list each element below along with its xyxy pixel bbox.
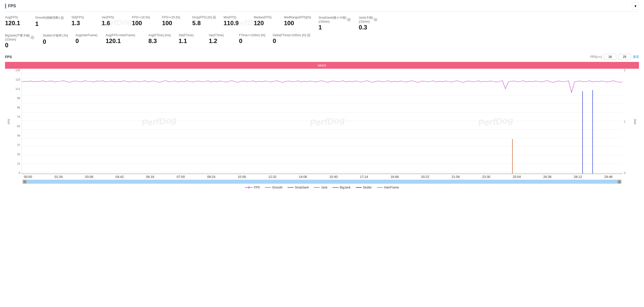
help-icon-jank[interactable]: ? (374, 18, 377, 21)
x-tick-2946: 29:46 (604, 175, 613, 179)
x-tick-0616: 06:16 (146, 175, 154, 179)
jank-axis-label: Jank (634, 119, 637, 124)
y-tick-86: 86 (17, 106, 20, 109)
scrollbar-track[interactable] (27, 180, 617, 184)
stat-var-fps-value: 1.6 (102, 20, 110, 27)
stat-drop-fps-label: Drop(FPS) [/h] ? (192, 16, 216, 19)
y-tick-62: 62 (17, 125, 20, 128)
x-tick-1714: 17:14 (360, 175, 368, 179)
fps-threshold-controls: FPS(>=) 重置 (590, 54, 639, 60)
stat-std-fps: Std(FPS) 1.3 (71, 16, 102, 27)
stat-big-jank-value: 0 (5, 42, 8, 49)
y-tick-37: 37 (17, 143, 20, 146)
stat-ftime-100-value: 0 (239, 37, 242, 45)
stat-small-jank-label: SmallJank(微小卡顿)(/10min) ? (318, 16, 351, 23)
stat-medrange-fps: MedRange(FPS)[%] 100 (284, 16, 318, 27)
x-tick-0000: 00:00 (24, 175, 32, 179)
stat-ftime-100-label: FTime>=100ms [%] (239, 33, 265, 37)
stat-avg-ftime-label: Avg(FTime) [ms] (148, 33, 171, 37)
y-tick-74: 74 (17, 115, 20, 118)
stat-stutter-label: Stutter(卡顿率) [%] (43, 33, 68, 38)
stat-delta-ftime-value: 0 (273, 37, 276, 45)
x-tick-2022: 20:22 (421, 175, 429, 179)
stat-std-fps-value: 1.3 (71, 20, 80, 27)
chart-svg (22, 69, 623, 174)
scrollbar-right-handle[interactable]: ⊞ (617, 180, 621, 184)
stat-median-fps: Median(FPS) 120 (254, 16, 284, 27)
fps-25-input[interactable] (618, 54, 631, 60)
x-tick-1058: 10:58 (238, 175, 246, 179)
stat-drop-fps: Drop(FPS) [/h] ? 5.8 (192, 16, 223, 27)
stat-delta-ftime-label: Delta(FTime)>100ms [/h] ? (273, 33, 310, 37)
x-tick-2330: 23:30 (482, 175, 491, 179)
x-tick-0308: 03:08 (85, 175, 93, 179)
y-tick-25: 25 (17, 153, 20, 156)
stat-var-ftime-label: Var(FTime) (209, 33, 224, 37)
label-bar: label1 (5, 62, 639, 69)
stat-std-ftime: Std(FTime) 1.1 (179, 33, 209, 45)
stat-smooth-label: Smooth(稳帧指数) ? (35, 16, 64, 20)
x-tick-0134: 01:34 (54, 175, 63, 179)
x-tick-0442: 04:42 (115, 175, 124, 179)
reset-button[interactable]: 重置 (633, 55, 639, 59)
stat-min-fps: Min(FPS) 110.9 (224, 16, 254, 27)
stat-smooth-value: 1 (35, 20, 38, 27)
chart-section: FPS FPS(>=) 重置 label1 FPS 135 123 111 (5, 54, 639, 191)
stat-fps25-label: FPS>=25 [%] (162, 16, 180, 19)
fps-18-input[interactable] (604, 54, 616, 60)
chevron-down-icon: ▼ (634, 4, 637, 8)
dropdown-button[interactable]: ▼ (632, 3, 639, 10)
stat-fps18-label: FPS>=18 [%] (132, 16, 150, 19)
legend-fps-label: FPS (254, 186, 260, 189)
stat-median-fps-label: Median(FPS) (254, 16, 272, 19)
y-axis-right-label-container: Jank (631, 69, 639, 174)
help-icon-small-jank[interactable]: ? (347, 18, 351, 21)
stat-jank-value: 0.3 (359, 24, 367, 31)
stat-min-fps-label: Min(FPS) (224, 16, 236, 19)
legend-small-jank-label: SmallJank (295, 186, 309, 189)
y-tick-135: 135 (16, 69, 20, 72)
chart-plot[interactable]: PerfDog PerfDog PerfDog (21, 69, 623, 174)
y-tick-0: 0 (19, 171, 20, 174)
y-axis-left: 135 123 111 98 86 74 62 49 37 25 12 0 (13, 69, 21, 174)
legend-interframe-label: InterFrame (384, 186, 399, 189)
stats-row-1: PerfDog PerfDog Avg(FPS) 120.1 Smooth(稳帧… (5, 16, 639, 31)
y-tick-123: 123 (16, 78, 20, 81)
stat-var-fps: Var(FPS) 1.6 (102, 16, 132, 27)
stat-min-fps-value: 110.9 (224, 20, 239, 27)
help-icon-delta[interactable]: ? (307, 33, 310, 37)
y-tick-98: 98 (17, 97, 20, 100)
stat-smooth: Smooth(稳帧指数) ? 1 (35, 16, 71, 27)
legend-smooth-label: Smooth (272, 186, 283, 189)
x-tick-1232: 12:32 (268, 175, 277, 179)
stat-var-ftime-value: 1.2 (209, 37, 217, 45)
stat-ftime-100: FTime>=100ms [%] 0 (239, 33, 273, 45)
y-right-tick-1: 1 (624, 120, 625, 123)
chart-with-axes: FPS 135 123 111 98 86 74 62 49 37 25 12 … (5, 69, 639, 174)
stat-big-jank: BigJank(严重卡顿)(/10min) ? 0 (5, 33, 43, 49)
stat-avg-interframe: Avg(InterFrame) 0 (75, 33, 106, 45)
help-icon-drop[interactable]: ? (213, 16, 216, 19)
stat-std-fps-label: Std(FPS) (71, 16, 84, 19)
y-right-tick-0: 0 (624, 171, 625, 174)
y-right-tick-2: 2 (624, 69, 625, 72)
chart-scrollbar[interactable]: ⊞ ⊞ (23, 180, 621, 184)
stat-avg-interframe-value: 0 (75, 37, 79, 45)
x-tick-2156: 21:56 (452, 175, 460, 179)
stat-avg-interframe-label: Avg(InterFrame) (75, 33, 97, 37)
page-title: FPS (8, 4, 16, 8)
legend-smooth: Smooth (265, 186, 283, 189)
help-icon-smooth[interactable]: ? (60, 16, 64, 20)
stat-std-ftime-label: Std(FTime) (179, 33, 194, 37)
chart-legend: FPS Smooth SmallJank Jank BigJank Stutte… (5, 184, 639, 191)
stat-medrange-fps-value: 100 (284, 20, 294, 27)
stat-avg-fps: Avg(FPS) 120.1 (5, 16, 35, 27)
help-icon-big-jank[interactable]: ? (31, 36, 34, 39)
section-header: FPS ▼ (5, 3, 639, 12)
x-tick-0924: 09:24 (207, 175, 216, 179)
page-container: FPS ▼ PerfDog PerfDog Avg(FPS) 120.1 Smo… (0, 0, 644, 307)
scrollbar-left-handle[interactable]: ⊞ (23, 180, 27, 184)
x-tick-1540: 15:40 (329, 175, 338, 179)
stat-fps25-value: 100 (162, 20, 172, 27)
y-axis-left-label-container: FPS (5, 69, 13, 174)
